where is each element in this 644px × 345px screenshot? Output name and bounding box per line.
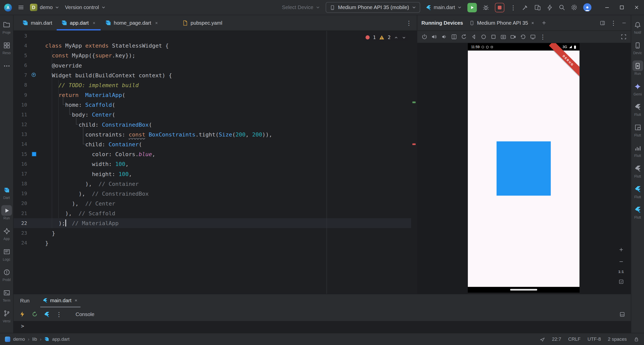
select-device-dropdown[interactable]: Select Device	[282, 5, 320, 10]
toolwindow-button-logcat[interactable]: Logc	[0, 246, 13, 264]
search-everywhere-button[interactable]	[559, 4, 565, 11]
breadcrumb-file[interactable]: app.dart	[52, 337, 69, 342]
toolwindow-button-device-manager[interactable]: Devic	[631, 40, 644, 58]
close-tab-icon[interactable]	[155, 21, 159, 25]
snapshots-button[interactable]	[520, 34, 526, 40]
code-line-24[interactable]: }	[45, 238, 272, 248]
toolwindow-button-flutter-performance[interactable]: Flutt	[631, 143, 644, 161]
toolwindow-button-problems[interactable]: Probl	[0, 267, 13, 285]
add-device-tab-button[interactable]	[541, 20, 547, 25]
display-mode-button[interactable]	[530, 34, 536, 40]
main-menu-button[interactable]	[18, 4, 24, 11]
caret-position[interactable]: 22:7	[552, 337, 561, 342]
close-icon[interactable]	[74, 298, 78, 302]
volume-down-button[interactable]	[441, 34, 447, 40]
minimize-button[interactable]	[600, 0, 615, 15]
android-back-button[interactable]	[471, 34, 477, 40]
code-line-9[interactable]: return MaterialApp(	[45, 90, 272, 100]
code-line-7[interactable]: Widget build(BuildContext context) {	[45, 70, 272, 80]
rotate-device-button[interactable]	[461, 34, 467, 40]
zoom-out-button[interactable]	[617, 257, 625, 266]
toolwindow-button-gemini[interactable]: Gemi	[631, 81, 644, 99]
code-editor[interactable]: 3456789101112131415161718192021222324 cl…	[14, 31, 417, 294]
editor-tab-home_page-dart[interactable]: home_page.dart	[101, 15, 163, 30]
device-tab[interactable]: Medium Phone API 35	[467, 15, 537, 30]
toolwindow-button-flutter-property-editor[interactable]: Flutt	[631, 163, 644, 181]
flutter-app-screen[interactable]: DEBUG	[468, 51, 580, 287]
power-button[interactable]	[421, 34, 427, 40]
breadcrumb-project[interactable]: demo	[13, 337, 25, 342]
emulator-more-button[interactable]: ⋮	[540, 34, 546, 40]
code-line-8[interactable]: // TODO: implement build	[45, 80, 272, 90]
project-selector[interactable]: D demo	[30, 4, 59, 11]
record-screen-button[interactable]	[510, 34, 516, 40]
scrollbar-mark-error[interactable]	[412, 144, 416, 145]
toolwindow-button-resource-manager[interactable]: Reso	[0, 40, 13, 58]
gesture-pill[interactable]	[510, 289, 537, 291]
lock-icon[interactable]	[634, 336, 639, 342]
code-line-6[interactable]: @override	[45, 60, 272, 70]
code-line-15[interactable]: color: Colors.blue,	[45, 149, 272, 159]
code-line-21[interactable]: ), // Scaffold	[45, 208, 272, 218]
line-separator[interactable]: CRLF	[568, 337, 581, 342]
editor-tab-pubspec-yaml[interactable]: pubspec.yaml	[178, 15, 227, 30]
fit-screen-button[interactable]	[617, 278, 625, 286]
toolwindow-button-version-control[interactable]: Versi	[0, 308, 13, 326]
toolwindow-button-app-quality-insights[interactable]: App	[0, 226, 13, 244]
run-button[interactable]	[467, 3, 477, 12]
toolwindow-button-project[interactable]: Proje	[0, 19, 13, 38]
toolwindow-button-flutter-outline[interactable]: Flutt	[631, 101, 644, 120]
close-icon[interactable]	[531, 21, 535, 25]
toolwindow-button-more-tool-windows[interactable]	[0, 60, 13, 79]
toolwindow-button-running-devices[interactable]: Run	[631, 60, 644, 79]
code-line-4[interactable]: class MyApp extends StatelessWidget {	[45, 41, 272, 51]
code-line-18[interactable]: ), // Container	[45, 179, 272, 189]
more-run-options-button[interactable]: ⋮	[510, 4, 516, 10]
panel-layout-button[interactable]	[619, 311, 625, 317]
run-configuration-dropdown[interactable]: main.dart	[426, 5, 462, 10]
code-line-10[interactable]: home: Scaffold(	[45, 100, 272, 110]
toolwindow-button-flutter-b[interactable]: Flutt	[631, 204, 644, 222]
run-more-options-button[interactable]: ⋮	[56, 311, 62, 317]
toolwindow-button-flutter-a[interactable]: Flutt	[631, 184, 644, 202]
zoom-ratio-button[interactable]: 1:1	[618, 269, 624, 274]
toolwindow-button-notifications[interactable]: Notif	[631, 19, 644, 38]
hot-reload-button[interactable]	[19, 311, 25, 317]
prev-problem-icon[interactable]	[394, 35, 398, 40]
scrollbar-mark-vcs[interactable]	[412, 101, 416, 103]
android-home-button[interactable]	[480, 34, 486, 40]
panel-options-button[interactable]: ⋮	[610, 20, 616, 26]
color-preview-swatch[interactable]	[32, 152, 37, 157]
version-control-menu[interactable]: Version control	[65, 5, 105, 10]
maximize-button[interactable]	[615, 0, 629, 15]
hide-panel-button[interactable]	[621, 20, 627, 25]
stop-button[interactable]	[495, 3, 505, 12]
next-problem-icon[interactable]	[402, 35, 406, 40]
toolwindow-button-dart-analysis[interactable]: Dart	[0, 185, 13, 203]
toolwindow-button-flutter-inspector[interactable]: Flutt	[631, 122, 644, 140]
tab-options-button[interactable]: ⋮	[406, 20, 412, 26]
gradle-sync-button[interactable]	[522, 4, 528, 11]
console-output[interactable]: >	[14, 321, 631, 333]
code-line-20[interactable]: ), // Center	[45, 198, 272, 208]
code-line-12[interactable]: child: ConstrainedBox(	[45, 120, 272, 129]
override-method-gutter-icon[interactable]	[31, 72, 36, 77]
gutter[interactable]: 3456789101112131415161718192021222324	[14, 31, 28, 248]
account-avatar[interactable]	[583, 3, 591, 12]
indent-setting[interactable]: 2 spaces	[608, 337, 627, 342]
emulator-screen[interactable]: 11:59 3G DEBUG	[468, 43, 580, 293]
console-tab[interactable]: Console	[75, 311, 94, 317]
device-dropdown[interactable]: Medium Phone API 35 (mobile)	[326, 2, 420, 13]
device-manager-button[interactable]	[534, 4, 541, 11]
editor-tab-app-dart[interactable]: app.dart	[57, 15, 100, 30]
run-tab-main-dart[interactable]: main.dart	[40, 294, 81, 307]
layout-options-button[interactable]	[600, 20, 605, 26]
code-line-22[interactable]: ); // MaterialApp	[45, 218, 272, 228]
code-line-13[interactable]: constraints: const BoxConstraints.tight(…	[45, 129, 272, 139]
volume-up-button[interactable]	[431, 34, 437, 40]
inspections-widget[interactable]: 1 2	[363, 34, 409, 41]
hot-restart-button[interactable]	[32, 311, 38, 317]
debug-button[interactable]	[483, 4, 489, 11]
code-line-14[interactable]: child: Container(	[45, 139, 272, 149]
android-overview-button[interactable]	[490, 34, 497, 40]
